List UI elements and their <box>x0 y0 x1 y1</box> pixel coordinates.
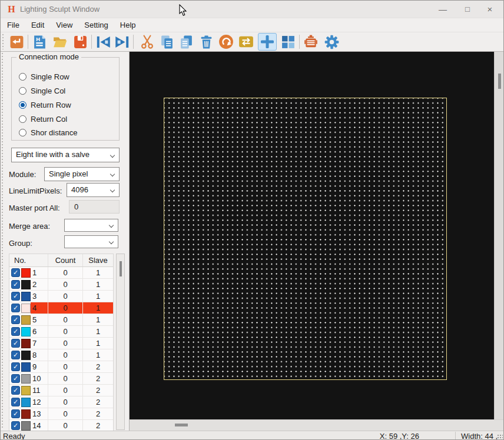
color-swatch[interactable] <box>21 351 31 360</box>
row-checkbox[interactable]: ✓ <box>11 374 20 383</box>
column-header-count[interactable]: Count <box>48 254 82 266</box>
sidebar-grip[interactable] <box>1 53 4 429</box>
table-row[interactable]: ✓1002 <box>9 373 113 385</box>
cut-button[interactable] <box>139 34 155 50</box>
table-row[interactable]: ✓401 <box>9 302 113 314</box>
resize-grip[interactable] <box>497 434 503 440</box>
settings-button[interactable] <box>323 34 340 50</box>
row-checkbox[interactable]: ✓ <box>11 409 20 418</box>
merge-area-select[interactable] <box>64 219 118 232</box>
row-checkbox[interactable]: ✓ <box>11 421 20 430</box>
new-h-file-button[interactable]: H <box>31 34 48 50</box>
color-swatch[interactable] <box>21 409 31 419</box>
table-row[interactable]: ✓1402 <box>9 420 113 431</box>
radio-option-return-row[interactable]: Return Row <box>19 100 71 109</box>
layout-canvas[interactable] <box>130 52 494 419</box>
radio-option-single-col[interactable]: Single Col <box>19 86 65 95</box>
radio-icon[interactable] <box>19 129 26 136</box>
table-row[interactable]: ✓301 <box>9 291 113 302</box>
module-select[interactable]: Single pixel <box>44 167 120 181</box>
row-checkbox[interactable]: ✓ <box>11 327 20 336</box>
pixel-grid-area[interactable] <box>164 98 447 380</box>
menu-item-view[interactable]: View <box>50 19 78 31</box>
radio-icon[interactable] <box>19 87 26 95</box>
copy-button[interactable] <box>158 34 175 50</box>
minimize-button[interactable]: — <box>433 4 453 16</box>
color-swatch[interactable] <box>21 374 31 384</box>
color-swatch[interactable] <box>21 280 31 289</box>
menu-item-edit[interactable]: Edit <box>25 19 50 31</box>
row-checkbox[interactable]: ✓ <box>11 268 20 277</box>
open-folder-button[interactable] <box>52 34 68 50</box>
radio-option-shor-distance[interactable]: Shor distance <box>19 128 78 137</box>
color-swatch[interactable] <box>21 292 31 301</box>
menu-item-setting[interactable]: Setting <box>78 19 114 31</box>
row-checkbox[interactable]: ✓ <box>11 339 20 348</box>
table-row[interactable]: ✓701 <box>9 338 113 349</box>
column-header-no[interactable]: No. <box>9 254 48 266</box>
menu-item-help[interactable]: Help <box>114 19 142 31</box>
reroute-button[interactable] <box>218 34 234 50</box>
row-number: 10 <box>31 373 48 384</box>
row-checkbox[interactable]: ✓ <box>11 386 20 395</box>
row-number: 8 <box>31 349 48 361</box>
table-row[interactable]: ✓1202 <box>9 396 113 408</box>
save-button[interactable] <box>72 34 88 50</box>
import-box-button[interactable] <box>8 34 25 50</box>
paste-button[interactable] <box>178 34 194 50</box>
swap-button[interactable] <box>238 34 254 50</box>
row-checkbox[interactable]: ✓ <box>11 280 20 289</box>
device-config-button[interactable] <box>303 34 319 50</box>
row-checkbox[interactable]: ✓ <box>11 398 20 406</box>
radio-icon[interactable] <box>19 73 26 81</box>
row-checkbox[interactable]: ✓ <box>11 315 20 324</box>
color-swatch[interactable] <box>21 421 31 431</box>
table-row[interactable]: ✓501 <box>9 314 113 326</box>
canvas-horizontal-scrollbar-thumb[interactable] <box>175 424 188 426</box>
color-swatch[interactable] <box>21 268 31 278</box>
radio-option-return-col[interactable]: Return Col <box>19 114 67 124</box>
color-swatch[interactable] <box>21 339 31 348</box>
close-button[interactable]: × <box>480 4 500 16</box>
color-swatch[interactable] <box>21 327 31 336</box>
radio-option-single-row[interactable]: Single Row <box>19 72 69 81</box>
canvas-vertical-scrollbar-thumb[interactable] <box>498 74 501 89</box>
table-scrollbar-thumb[interactable] <box>120 261 122 276</box>
row-checkbox[interactable]: ✓ <box>11 304 20 312</box>
color-swatch[interactable] <box>21 315 31 325</box>
line-limit-select[interactable]: 4096 <box>67 183 120 197</box>
master-port-input[interactable]: 0 <box>69 200 120 214</box>
toolbar-grip[interactable] <box>2 34 5 49</box>
skip-to-start-button[interactable] <box>95 34 111 50</box>
chevron-down-icon <box>109 239 114 244</box>
table-row[interactable]: ✓1102 <box>9 385 113 396</box>
color-swatch[interactable] <box>21 304 31 313</box>
radio-selected-icon[interactable] <box>19 101 26 109</box>
blocks-button[interactable] <box>280 34 296 50</box>
chevron-down-icon <box>110 188 115 192</box>
delete-button[interactable] <box>198 34 214 50</box>
color-swatch[interactable] <box>21 362 31 372</box>
radio-icon[interactable] <box>19 115 26 123</box>
canvas-vertical-scrollbar[interactable] <box>494 52 504 419</box>
table-row[interactable]: ✓1302 <box>9 408 113 420</box>
table-row[interactable]: ✓101 <box>9 267 113 279</box>
row-checkbox[interactable]: ✓ <box>11 351 20 359</box>
table-scrollbar[interactable] <box>116 254 125 430</box>
table-row[interactable]: ✓801 <box>9 349 113 361</box>
table-row[interactable]: ✓201 <box>9 279 113 291</box>
row-checkbox[interactable]: ✓ <box>11 362 20 371</box>
column-header-slave[interactable]: Slave <box>82 254 113 266</box>
menu-item-file[interactable]: File <box>1 19 25 31</box>
color-swatch[interactable] <box>21 398 31 407</box>
table-row[interactable]: ✓902 <box>9 361 113 373</box>
group-select[interactable] <box>64 235 118 248</box>
line-mode-select[interactable]: Eight line with a salve <box>11 148 120 162</box>
row-checkbox[interactable]: ✓ <box>11 292 20 301</box>
skip-to-end-button[interactable] <box>114 34 130 50</box>
table-row[interactable]: ✓601 <box>9 326 113 338</box>
color-swatch[interactable] <box>21 386 31 395</box>
maximize-button[interactable]: □ <box>457 4 478 16</box>
canvas-horizontal-scrollbar[interactable] <box>130 419 504 431</box>
crosshair-plus-button[interactable] <box>258 33 277 51</box>
